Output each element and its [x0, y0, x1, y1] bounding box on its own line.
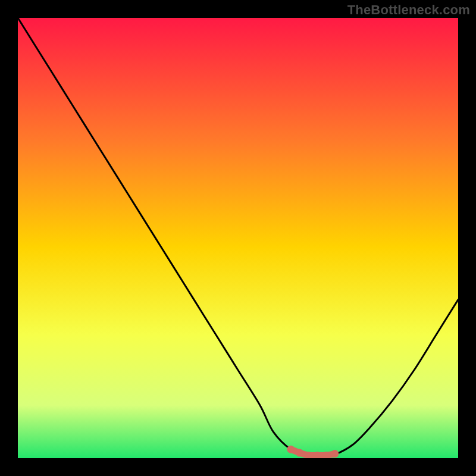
plot-area	[18, 18, 458, 458]
chart-frame: TheBottleneck.com	[0, 0, 476, 476]
optimal-marker	[287, 446, 295, 453]
gradient-background	[18, 18, 458, 458]
chart-svg	[18, 18, 458, 458]
optimal-marker	[331, 450, 339, 458]
optimal-marker	[296, 449, 303, 457]
watermark-text: TheBottleneck.com	[347, 2, 470, 18]
